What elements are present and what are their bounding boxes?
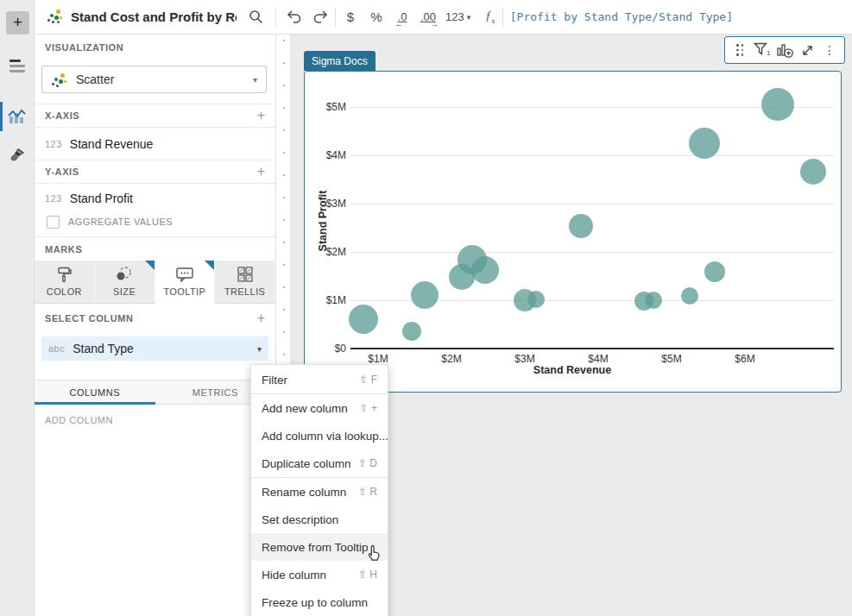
scatter-bubble[interactable]: [645, 292, 662, 309]
decrease-decimal-icon: .0←: [398, 10, 407, 23]
menu-item-shortcut: ⇧ H: [351, 569, 377, 581]
aggregate-values-label: AGGREGATE VALUES: [68, 217, 173, 227]
menu-item-rename-column[interactable]: Rename column⇧ R: [251, 478, 388, 506]
y-tick-label: $2M: [312, 246, 346, 258]
decrease-decimal-button[interactable]: .0←: [391, 5, 413, 29]
tab-columns[interactable]: COLUMNS: [35, 380, 155, 404]
chart-icon: [8, 108, 27, 125]
page-elements-button[interactable]: [0, 50, 35, 85]
number-type-tag: 123: [45, 193, 62, 204]
y-axis-add-button[interactable]: +: [257, 165, 265, 179]
search-button[interactable]: [244, 5, 267, 29]
increase-decimal-icon: .00→: [420, 10, 436, 23]
top-toolbar: Stand Cost and Profit by Revenue $ % .0←: [35, 0, 852, 35]
x-axis-add-button[interactable]: +: [257, 109, 265, 123]
column-context-menu: Filter⇧ FAdd new column⇧ +Add column via…: [250, 364, 388, 616]
scatter-bubble[interactable]: [411, 281, 439, 309]
menu-item-freeze-up-to-column[interactable]: Freeze up to column: [251, 588, 388, 616]
scatter-bubble[interactable]: [761, 88, 794, 121]
more-options-button[interactable]: ⋮: [819, 39, 840, 61]
formula-divider: [502, 7, 503, 28]
page-title: Stand Cost and Profit by Revenue: [71, 9, 237, 24]
menu-item-filter[interactable]: Filter⇧ F: [251, 366, 388, 393]
maximize-button[interactable]: [797, 39, 817, 61]
x-axis-line: [350, 348, 834, 349]
currency-format-button[interactable]: $: [339, 5, 362, 29]
scatter-bubble[interactable]: [681, 287, 698, 305]
scatter-bubble[interactable]: [349, 305, 378, 334]
drag-handle[interactable]: [729, 39, 750, 61]
viz-type-dropdown[interactable]: Scatter ▾: [41, 66, 267, 93]
x-axis-field[interactable]: 123 Stand Revenue: [35, 128, 275, 160]
percent-format-button[interactable]: %: [365, 5, 388, 29]
tooltip-column-dropdown[interactable]: abc Stand Type ▾: [41, 336, 268, 361]
bottom-tabs: COLUMNS METRICS: [35, 380, 275, 405]
workbook-title-zone: Stand Cost and Profit by Revenue: [35, 5, 275, 29]
menu-item-label: Duplicate column: [262, 457, 351, 470]
menu-item-shortcut: ⇧ R: [351, 486, 377, 498]
add-column-label[interactable]: ADD COLUMN: [45, 415, 113, 425]
menu-item-label: Rename column: [262, 486, 346, 499]
text-type-tag: abc: [48, 343, 65, 354]
menu-item-hide-column[interactable]: Hide column⇧ H: [251, 561, 388, 588]
menu-item-set-description[interactable]: Set description: [251, 506, 388, 533]
undo-button[interactable]: [283, 5, 306, 29]
chevron-down-icon: ▾: [257, 344, 262, 354]
increase-decimal-button[interactable]: .00→: [417, 5, 439, 29]
tooltip-bubble-icon: [175, 267, 194, 282]
grip-dots-icon: [736, 44, 743, 56]
size-dot-icon: [115, 267, 134, 282]
element-badge[interactable]: Sigma Docs: [304, 51, 376, 71]
scatter-bubble[interactable]: [527, 291, 545, 308]
scatter-bubble[interactable]: [800, 159, 826, 185]
scatter-bubble[interactable]: [402, 322, 421, 341]
scatter-bubble[interactable]: [704, 261, 725, 282]
scatter-logo-icon: [47, 9, 63, 25]
scatter-bubble[interactable]: [471, 256, 499, 284]
x-axis-label: X-AXIS: [45, 110, 79, 121]
number-format-dropdown[interactable]: 123 ▾: [443, 5, 473, 29]
x-tick-label: $2M: [427, 353, 476, 365]
marks-section-header: MARKS: [35, 236, 275, 261]
visualization-panel-button[interactable]: [0, 99, 35, 134]
menu-item-label: Hide column: [262, 569, 326, 581]
toolbar-divider: [335, 7, 336, 28]
menu-item-label: Remove from Tooltip: [262, 541, 369, 554]
y-axis-section-header: Y-AXIS +: [35, 160, 275, 184]
x-tick-label: $6M: [721, 353, 769, 365]
menu-item-add-column-via-lookup[interactable]: Add column via lookup...: [251, 422, 388, 449]
tab-color[interactable]: COLOR: [35, 261, 95, 303]
scatter-chart[interactable]: Stand Profit Stand Revenue $0$1M$2M$3M$4…: [304, 71, 842, 393]
menu-item-duplicate-column[interactable]: Duplicate column⇧ D: [251, 449, 388, 477]
menu-item-shortcut: ⇧ D: [351, 457, 377, 469]
format-panel-button[interactable]: [0, 138, 35, 173]
x-tick-label: $5M: [647, 353, 696, 365]
scatter-bubble[interactable]: [569, 214, 593, 238]
tab-trellis[interactable]: TRELLIS: [215, 261, 275, 303]
formula-input[interactable]: [Profit by Stand Type/Stand Type]: [510, 10, 733, 23]
x-tick-label: $3M: [501, 353, 549, 365]
menu-item-label: Add new column: [262, 402, 348, 415]
tab-size[interactable]: SIZE: [95, 261, 155, 303]
kebab-menu-icon: ⋮: [824, 43, 836, 57]
visualization-section-label: VISUALIZATION: [45, 42, 123, 53]
y-axis-field[interactable]: 123 Stand Profit: [35, 184, 275, 212]
aggregate-values-checkbox[interactable]: [47, 216, 60, 229]
visualization-config-panel: VISUALIZATION Scatter ▾ X-AXIS + 123 Sta…: [35, 35, 276, 616]
filter-button[interactable]: 1: [752, 39, 773, 61]
gridline: [350, 155, 834, 156]
y-tick-label: $3M: [312, 198, 346, 210]
aggregate-values-row: AGGREGATE VALUES: [35, 212, 275, 236]
select-column-add-button[interactable]: +: [257, 311, 265, 325]
scatter-bubble[interactable]: [689, 128, 720, 159]
add-element-button[interactable]: +: [6, 11, 29, 35]
add-child-element-button[interactable]: [774, 39, 795, 61]
menu-item-label: Filter: [262, 374, 287, 387]
menu-item-add-new-column[interactable]: Add new column⇧ +: [251, 394, 388, 422]
y-tick-label: $0: [312, 343, 346, 355]
gridline: [350, 252, 834, 253]
tab-tooltip[interactable]: TOOLTIP: [155, 261, 216, 304]
menu-item-label: Add column via lookup...: [262, 430, 388, 443]
percent-icon: %: [370, 9, 382, 24]
redo-button[interactable]: [309, 5, 331, 29]
